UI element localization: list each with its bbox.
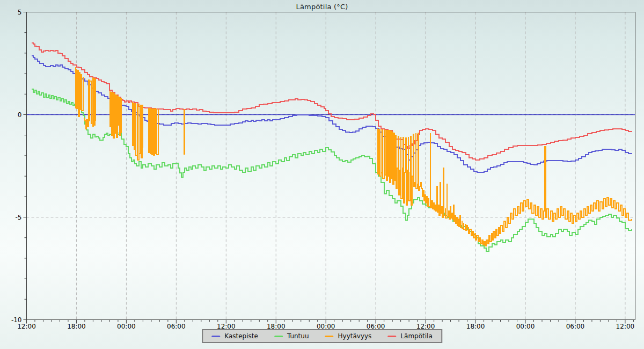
x-tick-label: 06:00 (566, 323, 585, 330)
lampotila-line-swatch (387, 336, 396, 337)
screenshot-root: { "chart": { "title": "Lämpötila (°C)", … (0, 0, 644, 349)
y-tick-label: 5 (18, 9, 22, 16)
x-tick-label: 12:00 (616, 323, 635, 330)
legend-item-kastepiste: Kastepiste (211, 332, 258, 340)
x-tick-label: 18:00 (466, 323, 485, 330)
x-tick-label: 12:00 (17, 323, 36, 330)
x-tick-label: 00:00 (516, 323, 535, 330)
x-tick-label: 06:00 (167, 323, 186, 330)
legend-item-lampotila: Lämpötila (387, 332, 432, 340)
legend-label-lampotila: Lämpötila (400, 332, 432, 340)
series-path-hyytvyys (184, 110, 185, 155)
kastepiste-line-swatch (211, 336, 220, 337)
series-path-hyytvyys (377, 129, 632, 246)
legend: Kastepiste Tuntuu Hyytävyys Lämpötila (202, 329, 442, 343)
hyytavyys-line-swatch (325, 336, 334, 337)
series-path-hyytvyys (109, 91, 121, 138)
y-tick-label: -10 (11, 316, 22, 324)
legend-item-hyytavyys: Hyytävyys (325, 332, 372, 340)
y-tick-label: -5 (16, 214, 22, 221)
legend-label-kastepiste: Kastepiste (224, 332, 258, 340)
series-path-hyytvyys (148, 108, 158, 155)
plot-frame (27, 12, 635, 320)
legend-item-tuntuu: Tuntuu (274, 332, 309, 340)
legend-label-tuntuu: Tuntuu (287, 332, 309, 340)
series-path-hyytvyys (132, 103, 143, 160)
plot-svg: 12:0018:0000:0006:0012:0018:0000:0006:00… (0, 0, 644, 349)
series-path-hyytvyys (92, 78, 96, 126)
tuntuu-line-swatch (274, 336, 283, 337)
y-tick-label: 0 (18, 111, 22, 119)
legend-label-hyytavyys: Hyytävyys (338, 332, 372, 340)
x-tick-label: 00:00 (117, 323, 136, 330)
x-tick-label: 18:00 (67, 323, 86, 330)
